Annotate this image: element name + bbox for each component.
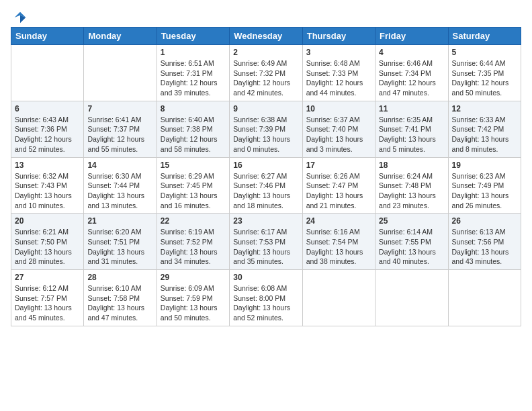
day-number: 30 xyxy=(233,273,298,282)
day-info: Sunrise: 6:21 AM Sunset: 7:50 PM Dayligh… xyxy=(15,227,80,267)
calendar-week-row: 13Sunrise: 6:32 AM Sunset: 7:43 PM Dayli… xyxy=(11,157,521,214)
day-info: Sunrise: 6:09 AM Sunset: 7:59 PM Dayligh… xyxy=(161,283,226,323)
day-info: Sunrise: 6:46 AM Sunset: 7:34 PM Dayligh… xyxy=(379,58,444,98)
calendar-cell: 27Sunrise: 6:12 AM Sunset: 7:57 PM Dayli… xyxy=(11,270,84,326)
calendar-cell: 11Sunrise: 6:35 AM Sunset: 7:41 PM Dayli… xyxy=(375,101,448,157)
day-number: 5 xyxy=(452,48,517,57)
calendar-cell: 28Sunrise: 6:10 AM Sunset: 7:58 PM Dayli… xyxy=(84,270,157,326)
col-header-saturday: Saturday xyxy=(448,28,521,45)
calendar-cell: 25Sunrise: 6:14 AM Sunset: 7:55 PM Dayli… xyxy=(375,214,448,270)
calendar-cell: 23Sunrise: 6:17 AM Sunset: 7:53 PM Dayli… xyxy=(230,214,302,270)
day-info: Sunrise: 6:41 AM Sunset: 7:37 PM Dayligh… xyxy=(87,115,152,154)
calendar-week-row: 27Sunrise: 6:12 AM Sunset: 7:57 PM Dayli… xyxy=(11,270,521,326)
day-number: 16 xyxy=(233,161,298,170)
day-info: Sunrise: 6:12 AM Sunset: 7:57 PM Dayligh… xyxy=(15,283,80,323)
day-number: 18 xyxy=(379,161,444,170)
calendar-cell: 16Sunrise: 6:27 AM Sunset: 7:46 PM Dayli… xyxy=(230,157,302,214)
day-number: 13 xyxy=(15,161,80,170)
calendar-cell: 30Sunrise: 6:08 AM Sunset: 8:00 PM Dayli… xyxy=(230,270,302,326)
col-header-wednesday: Wednesday xyxy=(230,28,302,45)
day-info: Sunrise: 6:37 AM Sunset: 7:40 PM Dayligh… xyxy=(306,115,371,154)
day-info: Sunrise: 6:16 AM Sunset: 7:54 PM Dayligh… xyxy=(306,227,371,267)
calendar-cell: 15Sunrise: 6:29 AM Sunset: 7:45 PM Dayli… xyxy=(157,157,229,214)
col-header-thursday: Thursday xyxy=(302,28,375,45)
day-info: Sunrise: 6:33 AM Sunset: 7:42 PM Dayligh… xyxy=(452,115,517,154)
day-info: Sunrise: 6:13 AM Sunset: 7:56 PM Dayligh… xyxy=(452,227,517,267)
calendar-header-row: SundayMondayTuesdayWednesdayThursdayFrid… xyxy=(11,28,521,45)
col-header-monday: Monday xyxy=(84,28,157,45)
day-number: 24 xyxy=(306,216,371,226)
calendar-cell: 13Sunrise: 6:32 AM Sunset: 7:43 PM Dayli… xyxy=(11,157,84,214)
day-info: Sunrise: 6:08 AM Sunset: 8:00 PM Dayligh… xyxy=(233,283,298,323)
calendar-cell: 4Sunrise: 6:46 AM Sunset: 7:34 PM Daylig… xyxy=(375,45,448,101)
day-info: Sunrise: 6:48 AM Sunset: 7:33 PM Dayligh… xyxy=(306,58,371,98)
day-info: Sunrise: 6:19 AM Sunset: 7:52 PM Dayligh… xyxy=(161,227,226,267)
day-number: 17 xyxy=(306,161,371,170)
day-number: 6 xyxy=(15,104,80,113)
calendar-cell: 8Sunrise: 6:40 AM Sunset: 7:38 PM Daylig… xyxy=(157,101,229,157)
calendar-cell: 2Sunrise: 6:49 AM Sunset: 7:32 PM Daylig… xyxy=(230,45,302,101)
day-info: Sunrise: 6:38 AM Sunset: 7:39 PM Dayligh… xyxy=(233,115,298,154)
calendar-cell: 12Sunrise: 6:33 AM Sunset: 7:42 PM Dayli… xyxy=(448,101,521,157)
calendar-cell: 26Sunrise: 6:13 AM Sunset: 7:56 PM Dayli… xyxy=(448,214,521,270)
day-number: 25 xyxy=(379,216,444,226)
calendar-cell: 18Sunrise: 6:24 AM Sunset: 7:48 PM Dayli… xyxy=(375,157,448,214)
logo xyxy=(11,11,36,21)
day-number: 20 xyxy=(15,216,80,226)
day-number: 7 xyxy=(87,104,152,113)
calendar-week-row: 20Sunrise: 6:21 AM Sunset: 7:50 PM Dayli… xyxy=(11,214,521,270)
day-info: Sunrise: 6:44 AM Sunset: 7:35 PM Dayligh… xyxy=(452,58,517,98)
day-number: 26 xyxy=(452,216,517,226)
calendar-cell: 17Sunrise: 6:26 AM Sunset: 7:47 PM Dayli… xyxy=(302,157,375,214)
calendar-cell xyxy=(11,45,84,101)
day-number: 19 xyxy=(452,161,517,170)
day-info: Sunrise: 6:43 AM Sunset: 7:36 PM Dayligh… xyxy=(15,115,80,154)
calendar-cell: 1Sunrise: 6:51 AM Sunset: 7:31 PM Daylig… xyxy=(157,45,229,101)
day-number: 21 xyxy=(87,216,152,226)
day-number: 11 xyxy=(379,104,444,113)
col-header-friday: Friday xyxy=(375,28,448,45)
calendar-cell: 29Sunrise: 6:09 AM Sunset: 7:59 PM Dayli… xyxy=(157,270,229,326)
calendar-cell: 9Sunrise: 6:38 AM Sunset: 7:39 PM Daylig… xyxy=(230,101,302,157)
col-header-tuesday: Tuesday xyxy=(157,28,229,45)
day-info: Sunrise: 6:14 AM Sunset: 7:55 PM Dayligh… xyxy=(379,227,444,267)
day-number: 1 xyxy=(161,48,226,57)
day-info: Sunrise: 6:23 AM Sunset: 7:49 PM Dayligh… xyxy=(452,171,517,211)
calendar-cell: 19Sunrise: 6:23 AM Sunset: 7:49 PM Dayli… xyxy=(448,157,521,214)
day-info: Sunrise: 6:20 AM Sunset: 7:51 PM Dayligh… xyxy=(87,227,152,267)
calendar-table: SundayMondayTuesdayWednesdayThursdayFrid… xyxy=(11,27,521,326)
calendar-cell xyxy=(375,270,448,326)
day-info: Sunrise: 6:40 AM Sunset: 7:38 PM Dayligh… xyxy=(161,115,226,154)
day-number: 28 xyxy=(87,273,152,282)
col-header-sunday: Sunday xyxy=(11,28,84,45)
day-info: Sunrise: 6:27 AM Sunset: 7:46 PM Dayligh… xyxy=(233,171,298,211)
calendar-cell: 21Sunrise: 6:20 AM Sunset: 7:51 PM Dayli… xyxy=(84,214,157,270)
day-number: 14 xyxy=(87,161,152,170)
day-info: Sunrise: 6:49 AM Sunset: 7:32 PM Dayligh… xyxy=(233,58,298,98)
day-number: 29 xyxy=(161,273,226,282)
day-number: 27 xyxy=(15,273,80,282)
svg-marker-1 xyxy=(20,15,26,24)
calendar-cell: 22Sunrise: 6:19 AM Sunset: 7:52 PM Dayli… xyxy=(157,214,229,270)
day-number: 9 xyxy=(233,104,298,113)
calendar-week-row: 1Sunrise: 6:51 AM Sunset: 7:31 PM Daylig… xyxy=(11,45,521,101)
day-info: Sunrise: 6:51 AM Sunset: 7:31 PM Dayligh… xyxy=(161,58,226,98)
calendar-cell xyxy=(302,270,375,326)
calendar-cell: 10Sunrise: 6:37 AM Sunset: 7:40 PM Dayli… xyxy=(302,101,375,157)
page-header xyxy=(11,11,521,21)
day-info: Sunrise: 6:26 AM Sunset: 7:47 PM Dayligh… xyxy=(306,171,371,211)
calendar-cell: 3Sunrise: 6:48 AM Sunset: 7:33 PM Daylig… xyxy=(302,45,375,101)
day-number: 22 xyxy=(161,216,226,226)
calendar-cell: 7Sunrise: 6:41 AM Sunset: 7:37 PM Daylig… xyxy=(84,101,157,157)
day-info: Sunrise: 6:17 AM Sunset: 7:53 PM Dayligh… xyxy=(233,227,298,267)
logo-icon xyxy=(13,11,27,24)
day-number: 23 xyxy=(233,216,298,226)
calendar-cell xyxy=(84,45,157,101)
day-number: 10 xyxy=(306,104,371,113)
day-number: 8 xyxy=(161,104,226,113)
day-number: 3 xyxy=(306,48,371,57)
day-info: Sunrise: 6:24 AM Sunset: 7:48 PM Dayligh… xyxy=(379,171,444,211)
calendar-cell: 5Sunrise: 6:44 AM Sunset: 7:35 PM Daylig… xyxy=(448,45,521,101)
day-info: Sunrise: 6:32 AM Sunset: 7:43 PM Dayligh… xyxy=(15,171,80,211)
calendar-cell: 6Sunrise: 6:43 AM Sunset: 7:36 PM Daylig… xyxy=(11,101,84,157)
